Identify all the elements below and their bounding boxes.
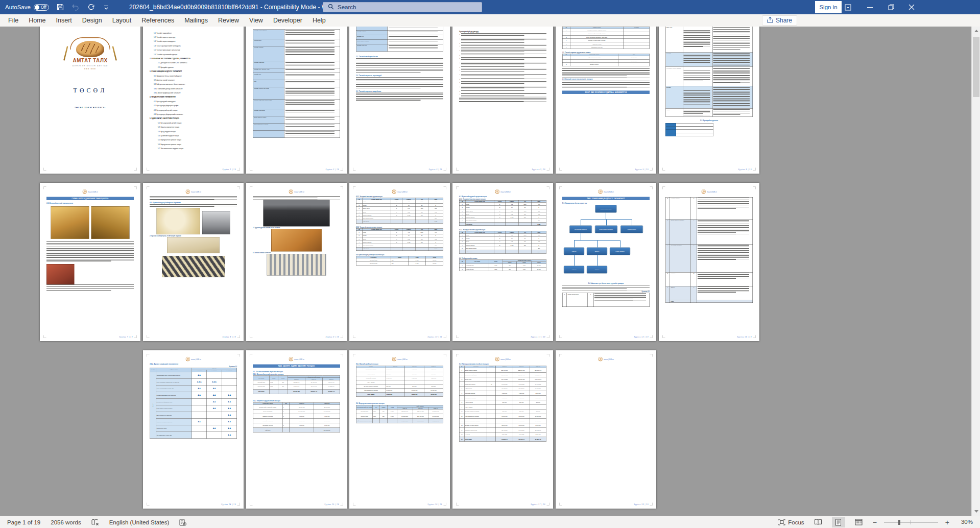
page-2[interactable]: 1.1. Төслийн тодорхойлолт1.2. Төслийн зо…	[143, 27, 244, 174]
sub-heading: 5.1.2. Хөрөнгө оруулалтын тооцоо	[253, 400, 340, 401]
page-7[interactable]: Хүснэгт 2.1Давуу талСул талСул талыг хэр…	[659, 27, 759, 174]
page-11[interactable]: төсөл | 2026 он4.3.1. Чихэртэй талхны ор…	[349, 183, 450, 341]
web-layout-button[interactable]	[852, 517, 866, 527]
bullet-item: ➢	[459, 69, 546, 73]
tab-developer[interactable]: Developer	[268, 17, 307, 24]
restore-button[interactable]	[883, 0, 899, 14]
toc-entry: 3.2. Ажиллах хүчний төлөвлөлт	[154, 79, 237, 81]
close-icon[interactable]	[904, 0, 919, 14]
page-17[interactable]: төсөл | 2026 он5.1.3. Бусад зардлын тооц…	[349, 350, 450, 509]
search-input[interactable]: Search	[323, 2, 482, 12]
spacer	[459, 226, 546, 229]
zoom-percentage[interactable]: 30%	[961, 516, 973, 528]
autosave-toggle[interactable]: AutoSave Off	[5, 4, 49, 11]
partial-table	[665, 123, 753, 136]
scrollbar-thumb[interactable]	[973, 37, 979, 97]
accessibility-checker-icon[interactable]	[179, 519, 186, 526]
zoom-slider[interactable]	[884, 522, 938, 523]
tab-layout[interactable]: Layout	[107, 17, 137, 24]
section-heading-banner: ХОЁР. ЗАХ ЗЭЭЛИЙН СУДАЛГАА, ШИНЖИЛГЭЭ	[562, 90, 650, 94]
scroll-down-arrow[interactable]	[972, 507, 980, 516]
page-12[interactable]: төсөл | 2026 он4.3. Бүтээгдэхүүний орцын…	[452, 183, 553, 341]
table-caption: 4.4. Бүтээгдэхүүн үйлдвэрлэлийн тооцоо	[356, 254, 443, 255]
mini-table: №Түүхий эдийн нэрХ/нэгжХэмжээҮнэНийт1Гур…	[356, 198, 443, 224]
sub-heading: 5.2. Борлуулалтын орлогын тооцоо	[356, 403, 443, 404]
print-layout-button[interactable]	[832, 517, 845, 527]
toc-entry: 4.1. Бүтээгдэхүүний танилцуулга	[154, 101, 237, 102]
zoom-out-button[interactable]: −	[873, 519, 877, 526]
page-10[interactable]: төсөл | 2026 он3. Зуурсан гурилаа хэвэнд…	[246, 183, 347, 341]
tab-insert[interactable]: Insert	[51, 17, 77, 24]
page-indicator[interactable]: Page 1 of 19	[7, 519, 40, 525]
page-4[interactable]: Хөрөнгө оруулалтын үр өгөөжЗээлийн хэмжэ…	[349, 27, 450, 174]
mini-table: №ҮзүүлэлтХэмжээ2026 он2027 он2028 он1Бор…	[459, 366, 546, 442]
zoom-slider-thumb[interactable]	[898, 520, 900, 525]
tab-file[interactable]: File	[3, 17, 23, 24]
document-title: 202604_b6bd34ae0d0b9009b81810bff642dd91 …	[129, 0, 336, 14]
org-chart-node: Нягтлан бодогч	[620, 226, 643, 233]
bullet-item: ➢	[459, 79, 546, 81]
page-14[interactable]: төсөл | 2026 он2Нягтлан бодогч13Борлуула…	[659, 183, 759, 341]
page-18[interactable]: төсөл | 2026 он5.3. Үйл ажиллагааны нэгд…	[452, 350, 553, 509]
scroll-up-arrow[interactable]	[972, 27, 980, 35]
paragraph-lines	[285, 110, 334, 114]
tab-home[interactable]: Home	[23, 17, 51, 24]
page-footer: Хуудас 12 | 19	[634, 336, 649, 338]
page-3[interactable]: Төслийн тодорхойлолтХэрэгжүүлэгчТөслийн …	[246, 27, 347, 174]
bullet-item: ➢	[459, 42, 546, 44]
page-footer: Хуудас 13 | 19	[737, 336, 752, 338]
paragraph-lines	[389, 45, 438, 49]
toc-entry: 2.2. Брэндийн судалгаа	[158, 66, 237, 68]
zoom-in-button[interactable]: +	[945, 519, 949, 526]
page-13[interactable]: төсөл | 2026 онТАВ. ХҮНИЙ НӨӨЦ БОДЛОГО Т…	[556, 183, 656, 341]
customize-qat-icon[interactable]	[102, 3, 110, 11]
ribbon-display-options-icon[interactable]	[840, 0, 855, 14]
toc-entry: 3. ХҮНИЙ НӨӨЦИЙН БОДЛОГО ТӨЛӨВЛӨЛТ	[150, 70, 237, 72]
page-15[interactable]: төсөл | 2026 он3.2.2. Ажлын графикийн тө…	[143, 350, 244, 509]
sub-heading: 4.2. Бүтээгдэхүүн үйлдвэрлэх дараалал	[150, 202, 237, 204]
read-mode-button[interactable]	[811, 517, 825, 527]
save-icon[interactable]	[56, 3, 64, 11]
language-indicator[interactable]: English (United States)	[109, 519, 170, 525]
page-1[interactable]: АМТАТ ТАЛХШИНЭХЭН БОЛОН АМТТАЙ»»» «««ТӨС…	[40, 27, 140, 174]
word-count[interactable]: 2056 words	[51, 519, 81, 525]
small-logo-icon	[185, 189, 190, 194]
tab-design[interactable]: Design	[77, 17, 107, 24]
tab-mailings[interactable]: Mailings	[179, 17, 213, 24]
page-footer: Хуудас 14 | 19	[221, 503, 236, 505]
undo-icon[interactable]	[71, 3, 80, 11]
sign-in-button[interactable]: Sign in	[815, 1, 842, 13]
proofing-errors-icon[interactable]	[91, 519, 99, 526]
brand-name: АМТАТ ТАЛХ	[62, 58, 118, 64]
spacer	[46, 27, 134, 37]
sub-heading: 5.3. Үйл ажиллагааны нэгдсэн тооцоо	[459, 364, 546, 365]
small-logo-icon	[598, 357, 603, 362]
page-header-text: төсөл | 2026 он	[707, 191, 716, 193]
table-caption: 1.5. Төслийн хөрөнгө оруулалтын хэмжээ	[562, 52, 650, 53]
autosave-pill[interactable]: Off	[34, 4, 49, 11]
title-bar: AutoSave Off 202604_b6bd34ae0d0b9009b818…	[0, 0, 980, 14]
page-header: төсөл | 2026 он	[459, 357, 546, 362]
work-schedule-table: Үе шатХийгдэх ажил2026 онI УлиралII Улир…	[150, 368, 237, 439]
page-5[interactable]: Хүлээгдэж буй үр дүнгүүд:➢➢➢➢➢➢➢➢➢➢➢➢➢➢➢…	[452, 27, 553, 174]
redo-icon[interactable]	[87, 3, 95, 11]
document-canvas[interactable]: АМТАТ ТАЛХШИНЭХЭН БОЛОН АМТТАЙ»»» «««ТӨС…	[0, 27, 980, 516]
page-6[interactable]: 1.4. Төслийн хэрэгжилтийн хуваарь№Хийгдэ…	[556, 27, 656, 174]
mini-table: Төрөл2026 он2027 он2028 онЦахилгааны зар…	[356, 366, 443, 397]
table-caption: 4.3.1. Чихэртэй талхны орцын тооцоо	[356, 196, 443, 198]
tab-review[interactable]: Review	[213, 17, 244, 24]
share-button[interactable]: Share	[762, 15, 797, 26]
page-19[interactable]: төсөл | 2026 онХуудас 18 | 19	[556, 350, 656, 509]
paragraph-lines	[285, 62, 334, 66]
tab-help[interactable]: Help	[307, 17, 331, 24]
table-caption: 4.4. Үйлдвэрлэлийн хэмжээ	[459, 257, 546, 259]
tab-references[interactable]: References	[136, 17, 179, 24]
page-9[interactable]: төсөл | 2026 он4.2. Бүтээгдэхүүн үйлдвэр…	[143, 183, 244, 341]
minimize-button[interactable]	[862, 0, 877, 14]
tab-view[interactable]: View	[244, 17, 268, 24]
focus-mode-button[interactable]: Focus	[778, 519, 804, 525]
page-8[interactable]: төсөл | 2026 онГУРАВ. БҮТЭЭГДЭХҮҮНИЙ ТАН…	[40, 183, 140, 341]
page-16[interactable]: төсөл | 2026 онТАВ. САНХҮҮ, ЭДИЙН ЗАСГИЙ…	[246, 350, 347, 509]
vertical-scrollbar[interactable]	[971, 27, 980, 516]
toc-entry: 1.1. Төслийн тодорхойлолт	[154, 32, 237, 34]
